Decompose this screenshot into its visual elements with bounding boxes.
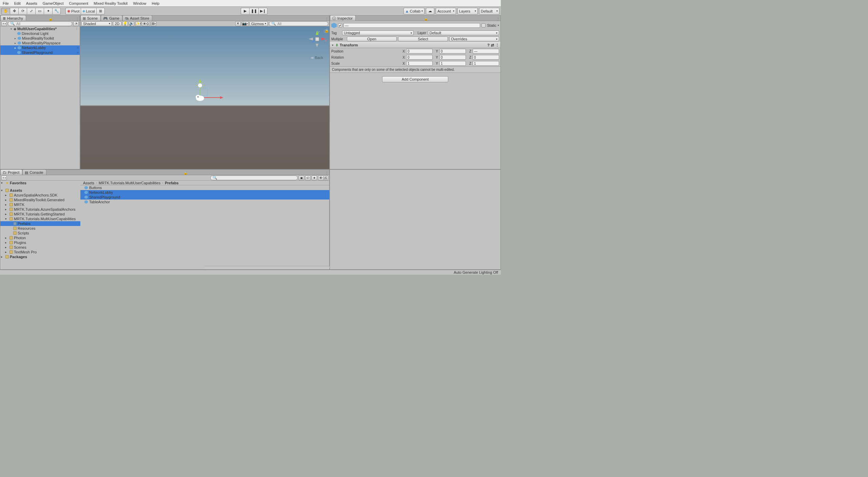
collab-button[interactable]: ▲Collab▾ <box>403 8 425 15</box>
prefab-overrides[interactable]: Overrides▾ <box>449 37 499 41</box>
hidden-packages[interactable]: 👁16 <box>318 175 328 180</box>
expand-arrow-icon[interactable]: ▸ <box>14 37 17 40</box>
grid-toggle[interactable]: ⊞▾ <box>151 21 156 26</box>
scale-x[interactable] <box>406 61 433 66</box>
rect-tool[interactable]: ▭ <box>35 8 44 15</box>
folder-item[interactable]: Prefabs <box>0 221 80 226</box>
folder-item[interactable]: ▸MRTK <box>0 202 80 207</box>
tools-toggle[interactable]: ✕ <box>235 21 241 26</box>
folder-item[interactable]: ▾MRTK.Tutorials.MultiUserCapabilities <box>0 216 80 221</box>
menu-help[interactable]: Help <box>149 0 162 6</box>
active-toggle[interactable]: ✔ <box>338 23 342 27</box>
hierarchy-item[interactable]: Directional Light <box>0 31 80 36</box>
panel-menu-icon[interactable]: ⋮ <box>324 17 329 21</box>
asset-item[interactable]: TableAnchor <box>80 200 329 204</box>
game-tab[interactable]: 🎮Game <box>101 15 122 21</box>
static-toggle[interactable] <box>481 23 486 27</box>
pivot-toggle[interactable]: ◉Pivot <box>65 8 81 15</box>
local-toggle[interactable]: ◈Local <box>81 8 96 15</box>
layout-dropdown[interactable]: Default▾ <box>479 8 499 15</box>
folder-item[interactable]: ▸MRTK.Tutorials.AzureSpatialAnchors <box>0 207 80 212</box>
folder-item[interactable]: ▸Plugins <box>0 240 80 245</box>
rotation-z[interactable] <box>473 55 499 60</box>
asset-item[interactable]: Buttons <box>80 185 329 190</box>
favorite-toggle[interactable]: ★ <box>312 175 317 180</box>
camera-settings[interactable]: 📷▾ <box>242 21 249 26</box>
menu-file[interactable]: File <box>0 0 12 6</box>
position-z[interactable] <box>473 49 499 54</box>
console-tab[interactable]: ▤Console <box>22 169 46 175</box>
scale-tool[interactable]: ⤢ <box>27 8 35 15</box>
account-dropdown[interactable]: Account▾ <box>436 8 456 15</box>
folder-item[interactable]: ▸Photon <box>0 235 80 240</box>
pause-button[interactable]: ❚❚ <box>249 8 258 15</box>
scale-y[interactable] <box>439 61 466 66</box>
scene-search[interactable]: 🔍All <box>269 21 328 26</box>
folder-item[interactable]: Scripts <box>0 231 80 235</box>
rotation-y[interactable] <box>439 55 466 60</box>
step-button[interactable]: ▶❙ <box>258 8 268 15</box>
prefab-open[interactable]: Open <box>347 37 397 41</box>
asset-item[interactable]: NetworkLobby <box>80 190 329 195</box>
orientation-gizmo[interactable]: y x 🔒 <box>308 30 327 48</box>
lock-icon[interactable]: 🔒 <box>48 17 53 21</box>
expand-arrow-icon[interactable]: ▾ <box>10 27 13 30</box>
breadcrumb-item[interactable]: Prefabs <box>165 181 178 185</box>
asset-store-tab[interactable]: 🛍Asset Store <box>122 15 152 21</box>
breadcrumb-item[interactable]: Assets <box>83 181 94 185</box>
gizmos-dropdown[interactable]: Gizmos▾ <box>250 21 268 26</box>
expand-arrow-icon[interactable]: ▸ <box>14 46 17 49</box>
hierarchy-item[interactable]: ▸MixedRealityToolkit <box>0 36 80 41</box>
folder-item[interactable]: ▸MRTK.Tutorials.GettingStarted <box>0 212 80 216</box>
transform-header[interactable]: ▾ ⬍ Transform ? ⇄ ⋮ <box>330 42 500 48</box>
menu-edit[interactable]: Edit <box>12 0 23 6</box>
scale-z[interactable] <box>473 61 499 66</box>
menu-gameobject[interactable]: GameObject <box>40 0 66 6</box>
hierarchy-search[interactable]: 🔍All <box>8 21 72 26</box>
folder-item[interactable]: Resources <box>0 226 80 231</box>
expand-arrow-icon[interactable]: ▾ <box>331 44 334 47</box>
packages-root[interactable]: ▸Packages <box>0 254 80 259</box>
asset-item[interactable]: SharedPlayground <box>80 195 329 200</box>
lock-icon[interactable]: 🔒 <box>183 171 188 175</box>
hierarchy-item[interactable]: SharedPlayground› <box>0 50 80 55</box>
context-menu-icon[interactable]: ⋮ <box>324 171 329 175</box>
prefab-select[interactable]: Select <box>398 37 448 41</box>
move-tool[interactable]: ✥ <box>10 8 18 15</box>
assets-root[interactable]: ▾Assets <box>0 188 80 193</box>
position-y[interactable] <box>439 49 466 54</box>
help-icon[interactable]: ? <box>487 43 490 47</box>
scene-root[interactable]: ▾ ◈ MultiUserCapabilities* ⋮ <box>0 26 80 31</box>
hierarchy-tab[interactable]: ≣Hierarchy <box>0 15 26 21</box>
folder-item[interactable]: ▸TextMesh Pro <box>0 250 80 254</box>
scene-options-icon[interactable]: ⋮ <box>75 27 78 30</box>
scene-tab[interactable]: ⊞Scene <box>80 15 101 21</box>
lighting-toggle[interactable]: 💡 <box>122 21 128 26</box>
inspector-tab[interactable]: ⓘInspector <box>330 15 356 21</box>
fx-toggle[interactable]: ✨▾ <box>135 21 141 26</box>
menu-mrtk[interactable]: Mixed Reality Toolkit <box>91 0 130 6</box>
selection-gizmo[interactable] <box>184 77 225 119</box>
shading-mode-dropdown[interactable]: Shaded▾ <box>81 21 112 26</box>
component-menu-icon[interactable]: ⋮ <box>495 43 499 47</box>
lock-icon[interactable]: 🔒 <box>423 17 429 21</box>
name-field[interactable]: — <box>343 23 480 28</box>
menu-assets[interactable]: Assets <box>23 0 40 6</box>
folder-item[interactable]: ▸Scenes <box>0 245 80 250</box>
filter-label[interactable]: 🏷 <box>305 175 311 180</box>
folder-item[interactable]: ▸AzureSpatialAnchors.SDK <box>0 193 80 198</box>
rotate-tool[interactable]: ⟳ <box>18 8 27 15</box>
context-menu-icon[interactable]: ⋮ <box>496 17 500 21</box>
tag-dropdown[interactable]: Untagged▾ <box>342 30 414 35</box>
menu-component[interactable]: Component <box>66 0 91 6</box>
favorites-header[interactable]: ▾★Favorites <box>0 181 80 185</box>
hierarchy-filter[interactable]: ◔ <box>73 21 79 26</box>
filter-type[interactable]: ▣ <box>299 175 304 180</box>
scene-viewport[interactable]: y x 🔒 ≪ Back <box>80 26 329 169</box>
rotation-x[interactable] <box>406 55 433 60</box>
breadcrumb-item[interactable]: MRTK.Tutorials.MultiUserCapabilities <box>99 181 160 185</box>
folder-item[interactable]: ▸MixedRealityToolkit.Generated <box>0 198 80 202</box>
hierarchy-item[interactable]: ▸MixedRealityPlayspace <box>0 41 80 45</box>
audio-toggle[interactable]: 🔊 <box>129 21 134 26</box>
context-menu-icon[interactable]: ⋮ <box>75 17 80 21</box>
